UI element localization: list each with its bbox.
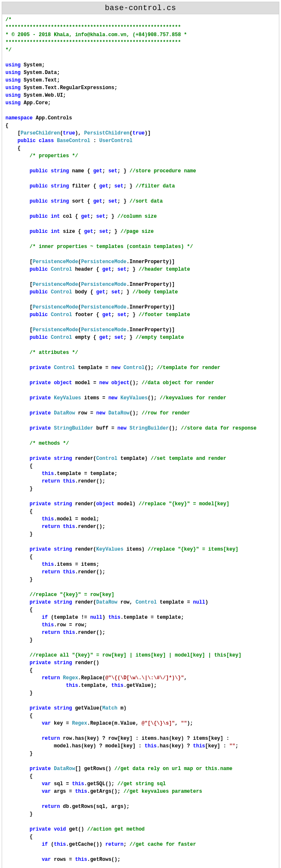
file-title: base-control.cs xyxy=(2,2,279,14)
code-body: /* *************************************… xyxy=(2,14,279,868)
code-viewer: base-control.cs /* *********************… xyxy=(2,2,279,868)
